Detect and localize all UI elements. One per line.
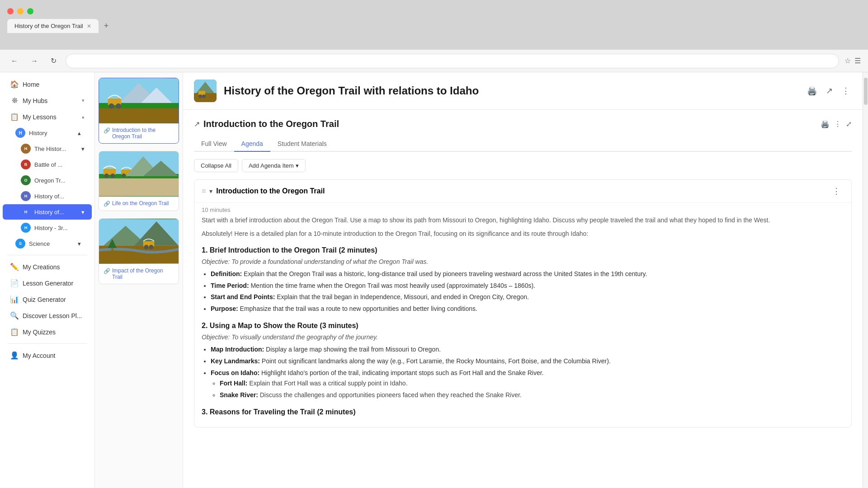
- sub-label-1: Battle of ...: [34, 161, 80, 168]
- new-tab-button[interactable]: +: [100, 19, 113, 33]
- outline-section-2-objective: Objective: To visually understand the ge…: [202, 333, 844, 341]
- agenda-more-button[interactable]: ⋮: [829, 185, 844, 197]
- sub-item-2-2-1-text: Discuss the challenges and opportunities…: [260, 391, 522, 399]
- collapse-all-button[interactable]: Collapse All: [194, 159, 238, 172]
- sidebar-item-science[interactable]: S Science ▾: [3, 236, 92, 251]
- bookmark-icon[interactable]: ☆: [844, 56, 851, 65]
- sidebar-item-my-account[interactable]: 👤 My Account: [3, 347, 92, 363]
- lesson-card-3[interactable]: 🔗 Impact of the Oregon Trail: [99, 218, 179, 284]
- sidebar-account-label: My Account: [23, 352, 85, 359]
- lesson-print-button[interactable]: 🖨️: [821, 120, 830, 128]
- sidebar-item-quiz-generator[interactable]: 📊 Quiz Generator: [3, 291, 92, 307]
- sub-avatar-2: O: [21, 175, 31, 185]
- add-agenda-item-button[interactable]: Add Agenda Item ▾: [242, 159, 306, 172]
- sidebar-item-lesson-generator[interactable]: 📄 Lesson Generator: [3, 275, 92, 291]
- section-arrow-icon[interactable]: ↗: [194, 120, 200, 128]
- list-item-2-0: Map Introduction: Display a large map sh…: [211, 344, 844, 355]
- tab-full-view[interactable]: Full View: [194, 136, 234, 152]
- svg-point-32: [198, 94, 202, 98]
- hubs-chevron-icon: ▾: [82, 98, 85, 103]
- sidebar: 🏠 Home ❊ My Hubs ▾ 📋 My Lessons ▴ H Hist…: [0, 72, 95, 488]
- sub-chevron-4: ▾: [81, 209, 85, 216]
- sub-label-2: Oregon Tr...: [34, 177, 80, 184]
- agenda-collapse-icon[interactable]: ▾: [209, 188, 212, 195]
- refresh-button[interactable]: ↻: [47, 55, 60, 67]
- sidebar-item-my-hubs[interactable]: ❊ My Hubs ▾: [3, 93, 92, 108]
- url-bar[interactable]: [66, 54, 839, 68]
- back-button[interactable]: ←: [7, 55, 22, 67]
- list-item-2-1-text: Point out significant landmarks along th…: [262, 357, 611, 365]
- add-item-label: Add Agenda Item: [249, 162, 294, 169]
- sub-item-2-2-0: Fort Hall: Explain that Fort Hall was a …: [220, 378, 844, 389]
- lesson-card-image-1: [99, 78, 179, 123]
- right-scrollbar[interactable]: [863, 72, 868, 488]
- lesson-card-3-content: 🔗 Impact of the Oregon Trail: [99, 264, 179, 284]
- link-icon-3: 🔗: [104, 268, 110, 274]
- lesson-card-3-link[interactable]: 🔗 Impact of the Oregon Trail: [104, 267, 174, 280]
- page-share-button[interactable]: ↗: [824, 84, 835, 98]
- svg-point-6: [109, 103, 114, 109]
- drag-handle-icon[interactable]: ≡: [202, 187, 206, 195]
- sidebar-item-discover[interactable]: 🔍 Discover Lesson Pl...: [3, 308, 92, 324]
- sidebar-sub-item-4[interactable]: H History of... ▾: [3, 204, 92, 220]
- main-content: History of the Oregon Trail with relatio…: [183, 72, 863, 488]
- hubs-icon: ❊: [10, 96, 19, 105]
- sidebar-sub-item-1[interactable]: B Battle of ...: [3, 157, 92, 172]
- page-more-button[interactable]: ⋮: [840, 84, 852, 98]
- tab-agenda[interactable]: Agenda: [234, 136, 270, 152]
- menu-icon[interactable]: ☰: [854, 56, 861, 65]
- list-item-1-1: Time Period: Mention the time frame when…: [211, 281, 844, 291]
- page-print-button[interactable]: 🖨️: [805, 84, 819, 98]
- sidebar-item-history[interactable]: H History ▴: [3, 125, 92, 141]
- lesson-expand-button[interactable]: ⤢: [846, 120, 852, 128]
- sidebar-sub-item-2[interactable]: O Oregon Tr...: [3, 173, 92, 188]
- lesson-gen-icon: 📄: [10, 279, 19, 287]
- scroll-thumb[interactable]: [864, 78, 868, 105]
- tab-student-materials[interactable]: Student Materials: [270, 136, 334, 152]
- sidebar-sub-item-3[interactable]: H History of...: [3, 188, 92, 204]
- sub-avatar-1: B: [21, 160, 31, 169]
- tabs-bar: Full View Agenda Student Materials: [194, 136, 852, 152]
- sidebar-sub-item-0[interactable]: H The Histor... ▾: [3, 141, 92, 156]
- sidebar-item-my-quizzes[interactable]: 📋 My Quizzes: [3, 324, 92, 340]
- app-container: 🏠 Home ❊ My Hubs ▾ 📋 My Lessons ▴ H Hist…: [0, 72, 868, 488]
- tab-close-icon[interactable]: ✕: [87, 23, 91, 29]
- sidebar-creations-label: My Creations: [23, 263, 85, 271]
- sub-avatar-0: H: [21, 144, 31, 154]
- sidebar-item-my-creations[interactable]: ✏️ My Creations: [3, 259, 92, 275]
- history-chevron-icon: ▴: [78, 130, 81, 136]
- forward-button[interactable]: →: [27, 55, 42, 67]
- page-header: History of the Oregon Trail with relatio…: [183, 72, 863, 110]
- lesson-more-button[interactable]: ⋮: [834, 120, 841, 128]
- maximize-button[interactable]: [27, 8, 33, 14]
- page-header-thumbnail: [194, 80, 217, 102]
- lesson-section-header: ↗ Introduction to the Oregon Trail 🖨️ ⋮ …: [194, 119, 852, 129]
- lesson-card-2[interactable]: 🔗 Life on the Oregon Trail: [99, 151, 179, 211]
- sidebar-lesson-gen-label: Lesson Generator: [23, 280, 85, 287]
- creations-icon: ✏️: [10, 263, 19, 271]
- lesson-list-panel: 🔗 Introduction to the Oregon Trail: [95, 72, 183, 488]
- sidebar-sub-item-5[interactable]: H History - 3r...: [3, 220, 92, 235]
- agenda-description: Start with a brief introduction about th…: [202, 215, 844, 225]
- close-button[interactable]: [7, 8, 14, 14]
- sub-chevron-0: ▾: [81, 145, 85, 152]
- lesson-card-1-link[interactable]: 🔗 Introduction to the Oregon Trail: [104, 127, 174, 140]
- lesson-card-1-text: Introduction to the Oregon Trail: [112, 127, 174, 140]
- outline-section-2-sublist: Fort Hall: Explain that Fort Hall was a …: [211, 378, 844, 401]
- lesson-card-1[interactable]: 🔗 Introduction to the Oregon Trail: [99, 78, 179, 144]
- list-item-2-2-text: Highlight Idaho's portion of the trail, …: [261, 369, 543, 376]
- list-item-2-1: Key Landmarks: Point out significant lan…: [211, 356, 844, 367]
- sidebar-item-my-lessons[interactable]: 📋 My Lessons ▴: [3, 109, 92, 125]
- active-tab[interactable]: History of the Oregon Trail ✕: [7, 19, 99, 33]
- sub-label-4: History of...: [34, 209, 78, 216]
- add-item-chevron: ▾: [296, 162, 299, 169]
- lesson-card-2-link[interactable]: 🔗 Life on the Oregon Trail: [104, 200, 174, 207]
- sidebar-item-home[interactable]: 🏠 Home: [3, 76, 92, 92]
- outline-section-3-title: 3. Reasons for Traveling the Trail (2 mi…: [202, 408, 844, 416]
- svg-point-27: [149, 245, 153, 249]
- minimize-button[interactable]: [17, 8, 24, 14]
- quiz-gen-icon: 📊: [10, 295, 19, 304]
- browser-chrome: History of the Oregon Trail ✕ +: [0, 0, 868, 50]
- sub-item-2-2-0-text: Explain that Fort Hall was a critical su…: [249, 380, 407, 387]
- content-area: ↗ Introduction to the Oregon Trail 🖨️ ⋮ …: [183, 110, 863, 488]
